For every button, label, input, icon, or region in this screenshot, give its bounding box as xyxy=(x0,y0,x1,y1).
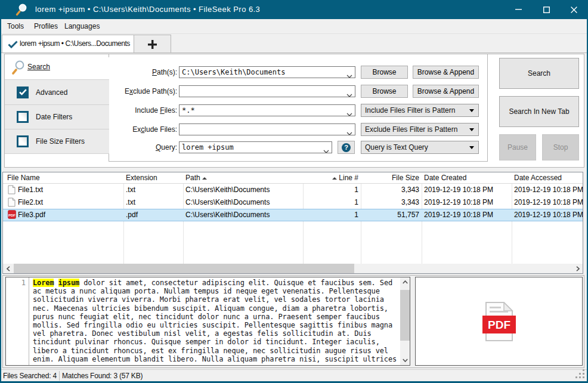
text-preview-pane: 1 Lorem ipsum dolor sit amet, consectetu… xyxy=(5,277,410,366)
close-button[interactable] xyxy=(560,0,588,19)
window-title: lorem +ipsum • C:\Users\Keith\Documents … xyxy=(35,0,260,19)
chevron-down-icon xyxy=(403,359,408,362)
cell-path: C:\Users\Keith\Documents xyxy=(185,184,270,196)
maximize-button[interactable] xyxy=(533,0,560,19)
cell-file-name: File1.txt xyxy=(18,184,43,196)
file-size-filters-label: File Size Filters xyxy=(36,137,85,146)
column-header-date-accessed[interactable]: Date Accessed xyxy=(514,172,562,184)
combo-chevron-icon[interactable] xyxy=(346,128,352,135)
cell-date-created: 2019-12-19 10:18 PM xyxy=(424,196,493,209)
horizontal-scrollbar[interactable] xyxy=(3,264,583,273)
sidebar-toggle-date-filters[interactable]: Date Filters xyxy=(5,104,109,129)
resize-grip[interactable] xyxy=(575,369,584,380)
column-header-file-name[interactable]: File Name xyxy=(7,172,40,184)
maximize-icon xyxy=(543,7,550,13)
column-header-date-created[interactable]: Date Created xyxy=(424,172,466,184)
date-filters-checkbox[interactable] xyxy=(17,111,29,123)
vertical-scroll-thumb[interactable] xyxy=(400,290,410,341)
txt-file-icon xyxy=(8,197,16,210)
column-header-file-size[interactable]: File Size xyxy=(361,172,419,184)
cell-extension: .txt xyxy=(126,196,135,209)
sidebar-section-search[interactable]: Search xyxy=(5,57,110,79)
line-number-gutter: 1 xyxy=(6,277,29,365)
cell-date-accessed: 2019-12-19 10:18 PM xyxy=(514,209,583,221)
sort-asc-icon xyxy=(202,177,207,180)
exclude-paths-input[interactable] xyxy=(179,85,355,97)
table-row-file1[interactable]: File1.txt .txt C:\Users\Keith\Documents … xyxy=(3,184,583,196)
browse-exclude-button[interactable]: Browse xyxy=(361,85,408,98)
combo-chevron-icon[interactable] xyxy=(346,70,352,78)
include-files-input[interactable]: *.* xyxy=(179,104,355,116)
combo-chevron-icon[interactable] xyxy=(323,146,329,153)
scroll-right-button[interactable] xyxy=(572,264,583,273)
tab-active-search[interactable]: lorem +ipsum • C:\Users...Documents xyxy=(2,35,134,53)
include-filter-dropdown[interactable]: Include Files Filter is Pattern xyxy=(361,104,479,117)
plus-icon xyxy=(148,40,157,49)
minimize-icon xyxy=(515,9,522,10)
menu-tools[interactable]: Tools xyxy=(7,19,24,33)
minimize-button[interactable] xyxy=(505,0,533,19)
title-bar[interactable]: lorem +ipsum • C:\Users\Keith\Documents … xyxy=(0,0,588,19)
column-header-line[interactable]: Line # xyxy=(303,172,358,184)
svg-text:PDF: PDF xyxy=(8,214,16,217)
results-table: File Name Extension Path Line # File Siz… xyxy=(2,172,583,274)
combo-chevron-icon[interactable] xyxy=(346,109,352,116)
paths-input[interactable]: C:\Users\Keith\Documents xyxy=(179,66,355,78)
exclude-files-input[interactable] xyxy=(179,123,355,135)
browse-append-paths-button[interactable]: Browse & Append xyxy=(413,66,479,79)
cell-file-name: File2.txt xyxy=(18,196,43,209)
advanced-label: Advanced xyxy=(36,88,67,97)
dropdown-arrow-icon xyxy=(469,109,474,112)
browse-paths-button[interactable]: Browse xyxy=(361,66,408,79)
table-row-file2[interactable]: File2.txt .txt C:\Users\Keith\Documents … xyxy=(3,196,583,209)
exclude-filter-dropdown[interactable]: Exclude Files Filter is Pattern xyxy=(361,123,479,136)
paths-value: C:\Users\Keith\Documents xyxy=(182,68,285,76)
query-value: lorem +ipsum xyxy=(182,143,234,152)
pause-button: Pause xyxy=(499,134,536,160)
vertical-scrollbar[interactable] xyxy=(400,277,410,365)
dropdown-arrow-icon xyxy=(469,128,474,131)
pdf-document-icon: PDF xyxy=(482,302,516,341)
preview-text[interactable]: Lorem ipsum dolor sit amet, consectetur … xyxy=(33,279,400,364)
cell-date-accessed: 2019-12-19 10:18 PM xyxy=(514,196,583,209)
column-header-path[interactable]: Path xyxy=(185,172,209,184)
cell-file-name: File3.pdf xyxy=(18,209,45,221)
sidebar-toggle-advanced[interactable]: Advanced xyxy=(5,79,109,104)
scroll-left-button[interactable] xyxy=(3,264,13,273)
dropdown-arrow-icon xyxy=(469,146,474,149)
tab-done-check-icon xyxy=(8,41,18,50)
horizontal-scroll-thumb[interactable] xyxy=(14,264,354,273)
files-searched-status: Files Searched: 4 xyxy=(3,370,57,382)
scroll-down-button[interactable] xyxy=(400,356,410,365)
preview-area: 1 Lorem ipsum dolor sit amet, consectetu… xyxy=(2,275,584,368)
exclude-filter-value: Exclude Files Filter is Pattern xyxy=(365,125,457,134)
cell-date-created: 2019-12-19 10:18 PM xyxy=(424,184,493,196)
query-input[interactable]: lorem +ipsum xyxy=(179,141,332,153)
menu-profiles[interactable]: Profiles xyxy=(34,19,58,33)
combo-chevron-icon[interactable] xyxy=(346,89,352,97)
new-tab-button[interactable] xyxy=(134,35,171,53)
browse-append-exclude-button[interactable]: Browse & Append xyxy=(413,85,479,98)
cell-file-size: 3,343 xyxy=(361,184,419,196)
query-help-button[interactable]: ? xyxy=(338,141,355,154)
advanced-checkbox[interactable] xyxy=(17,87,29,98)
scroll-up-button[interactable] xyxy=(400,277,410,287)
cell-date-created: 2019-12-19 10:18 PM xyxy=(424,209,493,221)
table-row-file3-selected[interactable]: PDF File3.pdf .pdf C:\Users\Keith\Docume… xyxy=(3,209,583,221)
cell-file-size: 3,343 xyxy=(361,196,419,209)
sidebar-search-label: Search xyxy=(27,63,50,71)
include-files-value: *.* xyxy=(182,106,195,115)
pdf-preview-pane: PDF xyxy=(415,277,583,366)
search-button[interactable]: Search xyxy=(499,58,579,89)
menu-languages[interactable]: Languages xyxy=(64,19,100,33)
sidebar-toggle-file-size-filters[interactable]: File Size Filters xyxy=(5,129,109,154)
close-icon xyxy=(571,7,577,13)
matches-found-status: Matches Found: 3 (57 KB) xyxy=(62,370,143,382)
cell-path: C:\Users\Keith\Documents xyxy=(185,196,270,209)
date-filters-label: Date Filters xyxy=(36,112,72,122)
status-divider xyxy=(59,371,60,381)
file-size-filters-checkbox[interactable] xyxy=(17,135,29,147)
search-in-new-tab-button[interactable]: Search In New Tab xyxy=(499,96,579,127)
column-header-extension[interactable]: Extension xyxy=(126,172,157,184)
query-type-dropdown[interactable]: Query is Text Query xyxy=(361,141,479,154)
